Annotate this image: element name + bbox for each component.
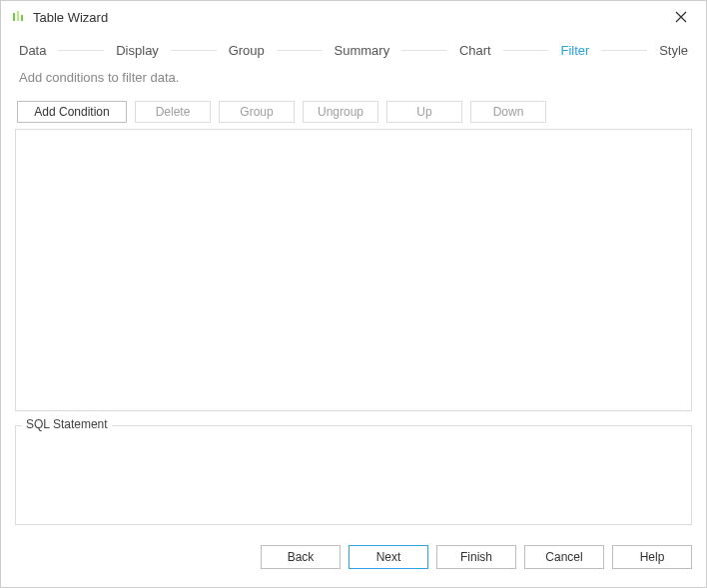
step-summary[interactable]: Summary	[333, 43, 392, 58]
app-icon	[11, 10, 25, 24]
finish-button[interactable]: Finish	[436, 545, 516, 569]
ungroup-button[interactable]: Ungroup	[303, 101, 378, 123]
svg-rect-1	[17, 11, 19, 21]
step-data[interactable]: Data	[17, 43, 48, 58]
up-button[interactable]: Up	[386, 101, 462, 123]
group-button[interactable]: Group	[219, 101, 295, 123]
sql-statement-group: SQL Statement	[15, 425, 692, 525]
sql-statement-label: SQL Statement	[22, 417, 112, 431]
conditions-list[interactable]	[15, 129, 692, 411]
step-style[interactable]: Style	[657, 43, 690, 58]
step-description: Add conditions to filter data.	[1, 62, 706, 97]
title-bar: Table Wizard	[1, 1, 706, 31]
window-title: Table Wizard	[33, 10, 666, 25]
step-separator	[171, 50, 217, 51]
next-button[interactable]: Next	[349, 545, 428, 569]
down-button[interactable]: Down	[470, 101, 546, 123]
help-button[interactable]: Help	[612, 545, 692, 569]
close-button[interactable]	[666, 11, 696, 23]
step-separator	[401, 50, 447, 51]
wizard-footer: Back Next Finish Cancel Help	[1, 531, 706, 587]
svg-rect-2	[21, 15, 23, 21]
cancel-button[interactable]: Cancel	[524, 545, 604, 569]
step-separator	[277, 50, 323, 51]
close-icon	[675, 11, 687, 23]
add-condition-button[interactable]: Add Condition	[17, 101, 127, 123]
step-separator	[58, 50, 104, 51]
back-button[interactable]: Back	[261, 545, 341, 569]
conditions-toolbar: Add Condition Delete Group Ungroup Up Do…	[17, 101, 692, 123]
svg-rect-0	[13, 13, 15, 21]
step-chart[interactable]: Chart	[457, 43, 493, 58]
step-display[interactable]: Display	[114, 43, 161, 58]
wizard-steps: Data Display Group Summary Chart Filter …	[1, 31, 706, 62]
step-group[interactable]: Group	[227, 43, 267, 58]
delete-button[interactable]: Delete	[135, 101, 211, 123]
step-separator	[503, 50, 549, 51]
step-separator	[601, 50, 647, 51]
step-filter[interactable]: Filter	[558, 43, 591, 58]
main-panel: Add Condition Delete Group Ungroup Up Do…	[1, 97, 706, 531]
